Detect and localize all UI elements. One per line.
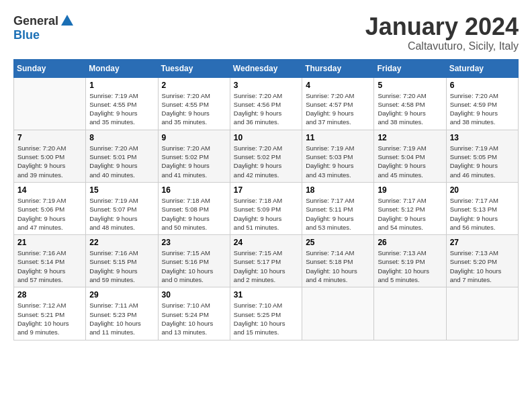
calendar-cell: [374, 287, 446, 340]
calendar-cell: 23Sunrise: 7:15 AMSunset: 5:16 PMDayligh…: [158, 235, 230, 287]
calendar-cell: 1Sunrise: 7:19 AMSunset: 4:55 PMDaylight…: [86, 77, 158, 130]
day-info: Sunrise: 7:18 AMSunset: 5:09 PMDaylight:…: [234, 196, 298, 232]
calendar-cell: 30Sunrise: 7:10 AMSunset: 5:24 PMDayligh…: [158, 287, 230, 340]
svg-marker-0: [61, 15, 73, 26]
day-number: 22: [89, 238, 154, 247]
day-number: 12: [378, 133, 442, 142]
calendar-cell: 29Sunrise: 7:11 AMSunset: 5:23 PMDayligh…: [86, 287, 158, 340]
calendar-cell: 27Sunrise: 7:13 AMSunset: 5:20 PMDayligh…: [446, 235, 518, 287]
calendar-cell: 3Sunrise: 7:20 AMSunset: 4:56 PMDaylight…: [230, 77, 302, 130]
calendar-cell: [14, 77, 86, 130]
day-number: 29: [89, 290, 154, 300]
calendar-cell: 28Sunrise: 7:12 AMSunset: 5:21 PMDayligh…: [14, 287, 86, 340]
day-info: Sunrise: 7:19 AMSunset: 4:55 PMDaylight:…: [89, 91, 154, 127]
day-number: 5: [378, 81, 442, 90]
day-info: Sunrise: 7:20 AMSunset: 4:56 PMDaylight:…: [234, 91, 298, 127]
calendar-week-2: 14Sunrise: 7:19 AMSunset: 5:06 PMDayligh…: [14, 182, 519, 234]
day-info: Sunrise: 7:15 AMSunset: 5:16 PMDaylight:…: [162, 248, 226, 284]
calendar-cell: 26Sunrise: 7:13 AMSunset: 5:19 PMDayligh…: [374, 235, 446, 287]
month-title: January 2024: [365, 13, 519, 40]
day-number: 25: [306, 238, 370, 247]
day-info: Sunrise: 7:10 AMSunset: 5:25 PMDaylight:…: [234, 301, 298, 336]
day-number: 4: [306, 81, 370, 90]
logo-icon: [60, 13, 75, 28]
calendar-cell: 31Sunrise: 7:10 AMSunset: 5:25 PMDayligh…: [230, 287, 302, 340]
day-number: 8: [89, 133, 154, 142]
day-number: 6: [450, 81, 515, 90]
day-number: 30: [162, 290, 226, 300]
day-info: Sunrise: 7:15 AMSunset: 5:17 PMDaylight:…: [234, 248, 298, 284]
calendar-cell: 20Sunrise: 7:17 AMSunset: 5:13 PMDayligh…: [446, 182, 518, 234]
logo: General Blue: [13, 13, 75, 42]
day-info: Sunrise: 7:20 AMSunset: 4:59 PMDaylight:…: [450, 91, 515, 127]
day-number: 27: [450, 238, 515, 247]
day-info: Sunrise: 7:11 AMSunset: 5:23 PMDaylight:…: [89, 301, 154, 336]
day-info: Sunrise: 7:19 AMSunset: 5:06 PMDaylight:…: [17, 196, 82, 232]
day-number: 31: [234, 290, 298, 300]
calendar-cell: 16Sunrise: 7:18 AMSunset: 5:08 PMDayligh…: [158, 182, 230, 234]
calendar-cell: [302, 287, 374, 340]
day-info: Sunrise: 7:13 AMSunset: 5:20 PMDaylight:…: [450, 248, 515, 284]
calendar-header-row: SundayMondayTuesdayWednesdayThursdayFrid…: [14, 59, 519, 77]
calendar-cell: 17Sunrise: 7:18 AMSunset: 5:09 PMDayligh…: [230, 182, 302, 234]
day-number: 26: [378, 238, 442, 247]
day-number: 2: [162, 81, 226, 90]
calendar-cell: 9Sunrise: 7:20 AMSunset: 5:02 PMDaylight…: [158, 130, 230, 182]
calendar-cell: 24Sunrise: 7:15 AMSunset: 5:17 PMDayligh…: [230, 235, 302, 287]
calendar-cell: 5Sunrise: 7:20 AMSunset: 4:58 PMDaylight…: [374, 77, 446, 130]
day-info: Sunrise: 7:14 AMSunset: 5:18 PMDaylight:…: [306, 248, 370, 284]
day-number: 10: [234, 133, 298, 142]
day-number: 11: [306, 133, 370, 142]
calendar-cell: 25Sunrise: 7:14 AMSunset: 5:18 PMDayligh…: [302, 235, 374, 287]
day-info: Sunrise: 7:19 AMSunset: 5:07 PMDaylight:…: [89, 196, 154, 232]
day-number: 9: [162, 133, 226, 142]
day-info: Sunrise: 7:20 AMSunset: 5:02 PMDaylight:…: [162, 144, 226, 179]
calendar-cell: 6Sunrise: 7:20 AMSunset: 4:59 PMDaylight…: [446, 77, 518, 130]
day-number: 7: [17, 133, 82, 142]
day-info: Sunrise: 7:20 AMSunset: 4:57 PMDaylight:…: [306, 91, 370, 127]
calendar-cell: 21Sunrise: 7:16 AMSunset: 5:14 PMDayligh…: [14, 235, 86, 287]
day-header-saturday: Saturday: [446, 59, 518, 77]
logo-blue: Blue: [13, 28, 40, 42]
calendar-cell: 12Sunrise: 7:19 AMSunset: 5:04 PMDayligh…: [374, 130, 446, 182]
day-info: Sunrise: 7:19 AMSunset: 5:04 PMDaylight:…: [378, 144, 442, 179]
day-number: 14: [17, 185, 82, 195]
day-info: Sunrise: 7:17 AMSunset: 5:13 PMDaylight:…: [450, 196, 515, 232]
day-number: 23: [162, 238, 226, 247]
day-number: 21: [17, 238, 82, 247]
day-number: 28: [17, 290, 82, 300]
day-info: Sunrise: 7:20 AMSunset: 4:55 PMDaylight:…: [162, 91, 226, 127]
calendar-cell: 14Sunrise: 7:19 AMSunset: 5:06 PMDayligh…: [14, 182, 86, 234]
page-header: General Blue January 2024 Caltavuturo, S…: [13, 13, 519, 52]
day-info: Sunrise: 7:20 AMSunset: 5:01 PMDaylight:…: [89, 144, 154, 179]
day-info: Sunrise: 7:19 AMSunset: 5:05 PMDaylight:…: [450, 144, 515, 179]
calendar-cell: 2Sunrise: 7:20 AMSunset: 4:55 PMDaylight…: [158, 77, 230, 130]
calendar-cell: [446, 287, 518, 340]
calendar-week-1: 7Sunrise: 7:20 AMSunset: 5:00 PMDaylight…: [14, 130, 519, 182]
day-number: 15: [89, 185, 154, 195]
title-block: January 2024 Caltavuturo, Sicily, Italy: [365, 13, 519, 52]
day-header-thursday: Thursday: [302, 59, 374, 77]
calendar-cell: 11Sunrise: 7:19 AMSunset: 5:03 PMDayligh…: [302, 130, 374, 182]
day-header-tuesday: Tuesday: [158, 59, 230, 77]
day-number: 20: [450, 185, 515, 195]
day-info: Sunrise: 7:20 AMSunset: 5:02 PMDaylight:…: [234, 144, 298, 179]
location-title: Caltavuturo, Sicily, Italy: [365, 40, 519, 52]
day-info: Sunrise: 7:19 AMSunset: 5:03 PMDaylight:…: [306, 144, 370, 179]
day-info: Sunrise: 7:20 AMSunset: 4:58 PMDaylight:…: [378, 91, 442, 127]
day-number: 19: [378, 185, 442, 195]
day-info: Sunrise: 7:16 AMSunset: 5:15 PMDaylight:…: [89, 248, 154, 284]
day-header-friday: Friday: [374, 59, 446, 77]
day-header-sunday: Sunday: [14, 59, 86, 77]
calendar-week-0: 1Sunrise: 7:19 AMSunset: 4:55 PMDaylight…: [14, 77, 519, 130]
calendar-cell: 13Sunrise: 7:19 AMSunset: 5:05 PMDayligh…: [446, 130, 518, 182]
calendar-cell: 8Sunrise: 7:20 AMSunset: 5:01 PMDaylight…: [86, 130, 158, 182]
calendar-cell: 4Sunrise: 7:20 AMSunset: 4:57 PMDaylight…: [302, 77, 374, 130]
calendar-week-4: 28Sunrise: 7:12 AMSunset: 5:21 PMDayligh…: [14, 287, 519, 340]
day-number: 13: [450, 133, 515, 142]
day-number: 3: [234, 81, 298, 90]
calendar-week-3: 21Sunrise: 7:16 AMSunset: 5:14 PMDayligh…: [14, 235, 519, 287]
day-number: 18: [306, 185, 370, 195]
calendar-cell: 19Sunrise: 7:17 AMSunset: 5:12 PMDayligh…: [374, 182, 446, 234]
day-info: Sunrise: 7:10 AMSunset: 5:24 PMDaylight:…: [162, 301, 226, 336]
